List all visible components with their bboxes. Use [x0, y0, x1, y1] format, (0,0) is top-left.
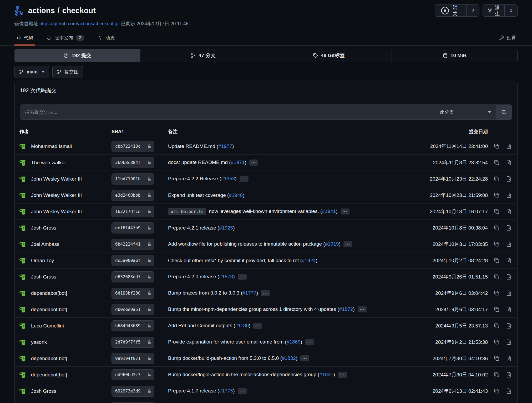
commit-sha-button[interactable]: 9a9194f871 [112, 353, 154, 364]
copy-sha-button[interactable] [493, 225, 500, 231]
commit-sha-button[interactable]: 2d7d9f7ff5 [112, 337, 154, 348]
expand-commit-button[interactable]: ··· [305, 339, 314, 345]
commit-sha-button[interactable]: b684943689 [112, 320, 154, 331]
expand-commit-button[interactable]: ··· [240, 176, 249, 182]
copy-sha-button[interactable] [493, 371, 500, 378]
browse-source-button[interactable] [505, 355, 512, 362]
commit-sha-button[interactable]: db0cee9a51 [112, 304, 154, 315]
commit-sha-button[interactable]: cbb722410c [112, 141, 154, 152]
copy-sha-button[interactable] [493, 241, 500, 248]
issue-link[interactable]: #1775 [219, 388, 233, 394]
browse-source-button[interactable] [505, 192, 512, 199]
repo-link[interactable]: checkout [62, 6, 96, 15]
tab-code[interactable]: 代码 [14, 31, 35, 45]
issue-link[interactable]: #1977 [218, 143, 232, 149]
copy-sha-button[interactable] [493, 339, 500, 346]
commit-graph-button[interactable]: 提交图 [52, 66, 83, 78]
tab-activity[interactable]: 动态 [96, 31, 116, 45]
browse-source-button[interactable] [505, 371, 512, 378]
issue-link[interactable]: #1832 [282, 355, 296, 361]
expand-commit-button[interactable]: ··· [300, 355, 309, 361]
issue-link[interactable]: #1925 [219, 225, 233, 231]
copy-sha-button[interactable] [493, 322, 500, 329]
browse-source-button[interactable] [505, 290, 512, 297]
browse-source-button[interactable] [505, 176, 512, 182]
unwatch-button[interactable]: 取消关注 [435, 5, 466, 16]
expand-commit-button[interactable]: ··· [238, 274, 247, 280]
issue-link[interactable]: #1941 [322, 208, 336, 214]
org-link[interactable]: actions [28, 6, 55, 15]
browse-source-button[interactable] [505, 241, 512, 248]
copy-sha-button[interactable] [493, 257, 500, 264]
copy-sha-button[interactable] [493, 355, 500, 362]
commit-date: 2024年10月3日 17:03:35 [433, 241, 488, 248]
stat-size[interactable]: 10 MiB [392, 49, 517, 62]
copy-sha-button[interactable] [493, 306, 500, 313]
browse-source-button[interactable] [505, 339, 512, 346]
browse-source-button[interactable] [505, 322, 512, 329]
copy-sha-button[interactable] [493, 176, 500, 182]
copy-sha-button[interactable] [493, 208, 500, 215]
commit-sha-button[interactable]: eef61447b9 [112, 222, 154, 233]
issue-link[interactable]: #1180 [235, 323, 249, 328]
commit-sha-button[interactable]: 11bd71901b [112, 173, 154, 185]
expand-commit-button[interactable]: ··· [358, 306, 367, 312]
copy-sha-button[interactable] [493, 388, 500, 395]
issue-link[interactable]: #1971 [231, 160, 245, 165]
commit-sha-button[interactable]: d632683dd7 [112, 271, 154, 282]
search-button[interactable] [496, 105, 512, 120]
commit-sha-button[interactable]: 692973e3d9 [112, 386, 154, 397]
commit-sha-button[interactable]: dd960bd3c3 [112, 369, 154, 380]
issue-link[interactable]: #1869 [287, 339, 301, 345]
issue-link[interactable]: #1777 [242, 290, 256, 296]
commit-sha-button[interactable]: 6b42224f41 [112, 239, 154, 250]
tab-settings[interactable]: 设置 [497, 31, 518, 45]
browse-source-button[interactable] [505, 208, 512, 215]
stat-tags[interactable]: 49 Git标签 [266, 49, 392, 62]
expand-commit-button[interactable]: ··· [341, 208, 349, 215]
search-input[interactable] [20, 105, 435, 120]
watchers-count[interactable]: 2 [466, 5, 479, 16]
commit-sha-button[interactable]: 163217dfcd [112, 206, 154, 217]
expand-commit-button[interactable]: ··· [261, 290, 270, 296]
branch-selector[interactable]: main [14, 66, 49, 78]
commit-sha-button[interactable]: 6d193bf280 [112, 288, 154, 299]
mirror-url-link[interactable]: https://github.com/actions/checkout.git [39, 21, 120, 26]
issue-link[interactable]: #1924 [302, 258, 316, 263]
fork-button[interactable]: 派生 [483, 5, 504, 16]
commit-sha-button[interactable]: 6ccd57f4c5 [112, 402, 154, 403]
expand-commit-button[interactable]: ··· [253, 323, 262, 329]
copy-sha-button[interactable] [493, 159, 500, 166]
expand-commit-button[interactable]: ··· [238, 388, 247, 394]
issue-link[interactable]: #1946 [229, 192, 243, 198]
browse-source-button[interactable] [505, 159, 512, 166]
copy-sha-button[interactable] [493, 192, 500, 199]
browse-source-button[interactable] [505, 143, 512, 150]
issue-link[interactable]: #1831 [320, 372, 333, 377]
issue-link[interactable]: #1953 [221, 176, 235, 181]
issue-link[interactable]: #1919 [325, 241, 339, 247]
copy-sha-button[interactable] [493, 273, 500, 280]
browse-source-button[interactable] [505, 225, 512, 231]
copy-sha-button[interactable] [493, 290, 500, 297]
stat-branches[interactable]: 47 分支 [140, 49, 266, 62]
browse-source-button[interactable] [505, 388, 512, 395]
browse-source-button[interactable] [505, 273, 512, 280]
avatar [19, 175, 27, 183]
copy-sha-button[interactable] [493, 143, 500, 150]
expand-commit-button[interactable]: ··· [343, 241, 352, 247]
branch-filter-dropdown[interactable]: 此分支 [435, 105, 496, 120]
browse-source-button[interactable] [505, 257, 512, 264]
commit-sha-button[interactable]: de5a000abf [112, 255, 154, 266]
tab-releases[interactable]: 版本发布 2 [45, 31, 86, 45]
expand-commit-button[interactable]: ··· [249, 160, 258, 166]
browse-source-button[interactable] [505, 306, 512, 313]
commit-sha-button[interactable]: 3b9b8c884f [112, 157, 154, 168]
stat-commits[interactable]: 192 提交 [15, 49, 140, 62]
forks-count[interactable]: 0 [504, 5, 517, 16]
file-code-icon [506, 355, 512, 361]
expand-commit-button[interactable]: ··· [338, 372, 347, 378]
commit-sha-button[interactable]: e3d2460bbb [112, 190, 154, 201]
issue-link[interactable]: #1872 [339, 306, 353, 312]
issue-link[interactable]: #1878 [219, 274, 233, 279]
